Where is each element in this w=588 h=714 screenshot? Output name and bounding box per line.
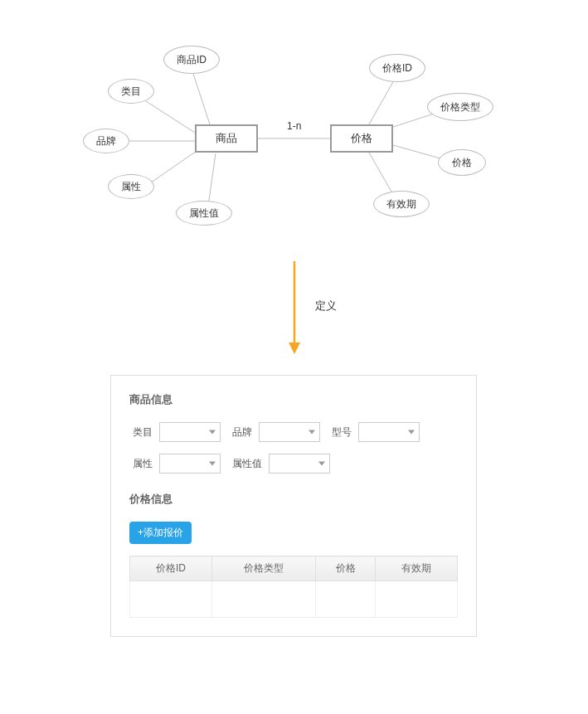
attr-product-cat: 类目: [108, 79, 154, 104]
price-table: 价格ID 价格类型 价格 有效期: [129, 556, 458, 618]
col-valid: 有效期: [376, 556, 458, 581]
svg-marker-11: [289, 342, 300, 354]
attr-product-attrv: 属性值: [176, 201, 232, 226]
col-price: 价格: [315, 556, 375, 581]
entity-product: 商品: [195, 124, 258, 153]
dropdown-attrv[interactable]: [269, 454, 330, 474]
chevron-down-icon: [209, 430, 216, 435]
price-info-title: 价格信息: [129, 492, 458, 507]
svg-line-0: [191, 66, 210, 124]
add-price-button[interactable]: +添加报价: [129, 522, 192, 544]
chevron-down-icon: [318, 462, 325, 466]
svg-line-1: [137, 95, 195, 133]
label-attr: 属性: [129, 457, 153, 471]
attr-price-id: 价格ID: [369, 54, 425, 82]
arrow-section: 定义: [0, 249, 588, 373]
attr-price-valid: 有效期: [373, 191, 430, 217]
dropdown-category[interactable]: [159, 422, 221, 442]
chevron-down-icon: [408, 430, 415, 435]
arrow-label: 定义: [315, 299, 337, 313]
table-row: [130, 581, 458, 618]
chevron-down-icon: [209, 462, 216, 466]
label-model: 型号: [328, 425, 352, 440]
dropdown-brand[interactable]: [259, 422, 320, 442]
entity-price-label: 价格: [351, 131, 372, 146]
dropdown-attr[interactable]: [159, 454, 221, 474]
attr-product-attr: 属性: [108, 174, 154, 199]
col-price-type: 价格类型: [211, 556, 315, 581]
entity-product-label: 商品: [216, 131, 237, 146]
chevron-down-icon: [309, 430, 315, 435]
product-form-row-2: 属性 属性值: [129, 454, 458, 474]
label-category: 类目: [129, 425, 153, 440]
attr-product-brand: 品牌: [83, 129, 129, 153]
product-form-row-1: 类目 品牌 型号: [129, 422, 458, 442]
dropdown-model[interactable]: [358, 422, 420, 442]
attr-price-price: 价格: [438, 149, 486, 176]
er-diagram: 商品 价格 1-n 商品ID 类目 品牌 属性 属性值 价格ID 价格类型 价格…: [0, 0, 588, 249]
label-attrv: 属性值: [229, 457, 262, 471]
col-price-id: 价格ID: [130, 556, 212, 581]
product-info-title: 商品信息: [129, 392, 458, 407]
form-panel: 商品信息 类目 品牌 型号 属性 属性值 价格信息 +添加报价 价格ID: [110, 375, 477, 637]
relation-label: 1-n: [287, 120, 301, 132]
label-brand: 品牌: [229, 425, 252, 440]
entity-price: 价格: [330, 124, 393, 153]
attr-product-id: 商品ID: [163, 46, 220, 74]
arrow-down-icon: [282, 261, 307, 361]
attr-price-type: 价格类型: [427, 93, 493, 121]
svg-line-3: [145, 149, 199, 187]
